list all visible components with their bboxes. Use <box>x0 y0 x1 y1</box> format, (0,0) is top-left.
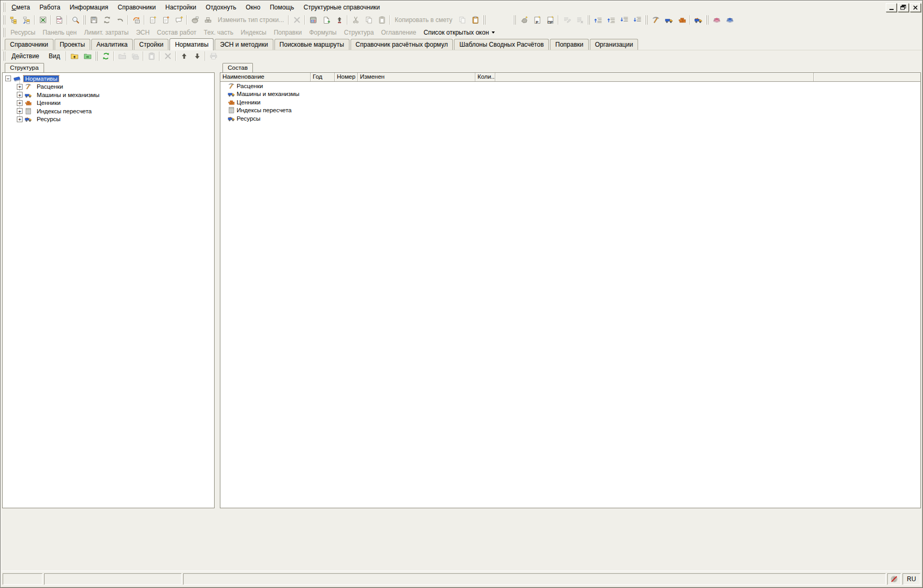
tab-organizatsii[interactable]: Организации <box>590 39 639 50</box>
collapse-button[interactable] <box>81 50 94 62</box>
calculator-button[interactable] <box>306 14 320 26</box>
panel-splitter[interactable] <box>215 62 220 508</box>
views-indexes[interactable]: Индексы <box>237 28 270 37</box>
toolbar-gripper[interactable] <box>3 51 5 61</box>
tab-popravki[interactable]: Поправки <box>550 39 588 50</box>
delete-item-button[interactable] <box>161 50 174 62</box>
change-row-type-button[interactable]: Изменить тип строки... <box>215 16 287 24</box>
doc-pr-button[interactable]: ПР <box>544 14 557 26</box>
table-row-indeksy[interactable]: Индексы пересчета <box>220 106 920 115</box>
tab-shablony-raschetov[interactable]: Шаблоны Сводных Расчётов <box>454 39 549 50</box>
menu-deystvie[interactable]: Действие <box>7 51 44 61</box>
print-button[interactable] <box>207 50 220 62</box>
language-indicator[interactable]: RU <box>903 573 920 585</box>
tab-structura[interactable]: Структура <box>5 63 44 72</box>
table-row-rastsenki[interactable]: Расценки <box>220 82 920 90</box>
tab-normativy[interactable]: Нормативы <box>169 38 214 50</box>
move-up-button[interactable] <box>177 50 190 62</box>
menu-okno[interactable]: Окно <box>241 2 265 13</box>
reopen-window-button[interactable] <box>130 14 143 26</box>
views-work-composition[interactable]: Состав работ <box>153 28 200 37</box>
expand-expander-icon[interactable] <box>17 116 23 122</box>
indent-first-button[interactable] <box>591 14 604 26</box>
rock-button[interactable] <box>517 14 531 26</box>
menu-informatsiya[interactable]: Информация <box>65 2 113 13</box>
undo-button[interactable] <box>113 14 126 26</box>
expand-expander-icon[interactable] <box>17 84 23 90</box>
column-header-nomer[interactable]: Номер <box>335 73 358 81</box>
level-up-button[interactable] <box>333 14 346 26</box>
structure-move-button[interactable] <box>20 14 33 26</box>
tree-item-rastsenki[interactable]: Расценки <box>3 83 214 91</box>
views-corrections[interactable]: Поправки <box>270 28 305 37</box>
menu-spravochniki[interactable]: Справочники <box>113 2 161 13</box>
clipboard-button[interactable] <box>469 14 482 26</box>
toolbar-gripper[interactable] <box>3 28 5 37</box>
structure-tree-view[interactable]: Нормативы Расценки Машины и механизмы <box>2 72 215 508</box>
toolbar-gripper[interactable] <box>645 15 648 25</box>
toolbar-gripper[interactable] <box>513 15 516 25</box>
tab-esn-metodiki[interactable]: ЭСН и методики <box>215 39 273 50</box>
add-subrow-button[interactable] <box>159 14 172 26</box>
machines-button[interactable] <box>662 14 675 26</box>
toolbar-gripper[interactable] <box>587 15 590 25</box>
normbase-pink-button[interactable] <box>710 14 723 26</box>
column-header-izmenen[interactable]: Изменен <box>358 73 475 81</box>
menu-pomosch[interactable]: Помощь <box>265 2 299 13</box>
indent-down-button[interactable] <box>618 14 631 26</box>
column-header-kolichestvo[interactable]: Коли... <box>475 73 495 81</box>
table-row-mashiny[interactable]: Машины и механизмы <box>220 90 920 99</box>
collapse-expander-icon[interactable] <box>5 76 11 81</box>
tree-item-resursy[interactable]: Ресурсы <box>3 115 214 124</box>
list-edit-button[interactable] <box>560 14 573 26</box>
views-formulas[interactable]: Формулы <box>305 28 340 37</box>
toolbar-gripper[interactable] <box>83 15 86 25</box>
refresh-tree-button[interactable] <box>99 50 112 62</box>
add-comment-button[interactable] <box>172 14 185 26</box>
views-price-panel[interactable]: Панель цен <box>39 28 80 37</box>
menu-otdohnut[interactable]: Отдохнуть <box>201 2 241 13</box>
close-button[interactable] <box>910 3 921 12</box>
views-tech-part[interactable]: Тех. часть <box>200 28 237 37</box>
toolbar-gripper[interactable] <box>95 51 98 61</box>
blocks-button[interactable] <box>201 14 215 26</box>
menu-strukturnye-spravochniki[interactable]: Структурные справочники <box>299 2 385 13</box>
prices-button[interactable] <box>675 14 688 26</box>
cut-button[interactable] <box>349 14 362 26</box>
pdf-export-button[interactable]: PDF <box>52 14 66 26</box>
tab-analitika[interactable]: Аналитика <box>91 39 133 50</box>
paste-button[interactable] <box>375 14 388 26</box>
views-resources[interactable]: Ресурсы <box>7 28 39 37</box>
views-limit-costs[interactable]: Лимит. затраты <box>80 28 132 37</box>
doc-p-button[interactable]: Р <box>531 14 544 26</box>
tab-sostav[interactable]: Состав <box>222 63 253 72</box>
toolbar-gripper[interactable] <box>3 3 5 12</box>
tab-stroyki[interactable]: Стройки <box>134 39 168 50</box>
tree-item-tsenniki[interactable]: Ценники <box>3 99 214 108</box>
excel-export-button[interactable] <box>36 14 49 26</box>
resources-button[interactable] <box>692 14 705 26</box>
tree-item-mashiny[interactable]: Машины и механизмы <box>3 91 214 99</box>
open-windows-list-button[interactable]: Список открытых окон <box>420 28 498 37</box>
tab-spravochniki[interactable]: Справочники <box>5 39 54 50</box>
menu-vid[interactable]: Вид <box>44 51 65 61</box>
tab-spravochnik-formul[interactable]: Справочник расчётных формул <box>351 39 453 50</box>
copy-to-estimate-button[interactable]: Копировать в смету <box>391 16 455 24</box>
views-structure[interactable]: Структура <box>340 28 377 37</box>
move-down-button[interactable] <box>190 50 204 62</box>
toolbar-gripper[interactable] <box>483 15 485 25</box>
expand-expander-icon[interactable] <box>17 92 23 98</box>
expand-expander-icon[interactable] <box>17 108 23 114</box>
paste-item-button[interactable] <box>145 50 158 62</box>
save-button[interactable] <box>87 14 100 26</box>
resource-sphere-button[interactable] <box>188 14 201 26</box>
refresh-button[interactable] <box>100 14 113 26</box>
add-document-button[interactable] <box>320 14 333 26</box>
column-header-god[interactable]: Год <box>311 73 335 81</box>
new-folder-button[interactable] <box>115 50 129 62</box>
composition-list-view[interactable]: Наименование Год Номер Изменен Коли... Р… <box>220 72 921 508</box>
rates-button[interactable] <box>649 14 662 26</box>
indent-last-button[interactable] <box>631 14 644 26</box>
table-row-resursy[interactable]: Ресурсы <box>220 114 920 123</box>
views-esn[interactable]: ЭСН <box>132 28 153 37</box>
